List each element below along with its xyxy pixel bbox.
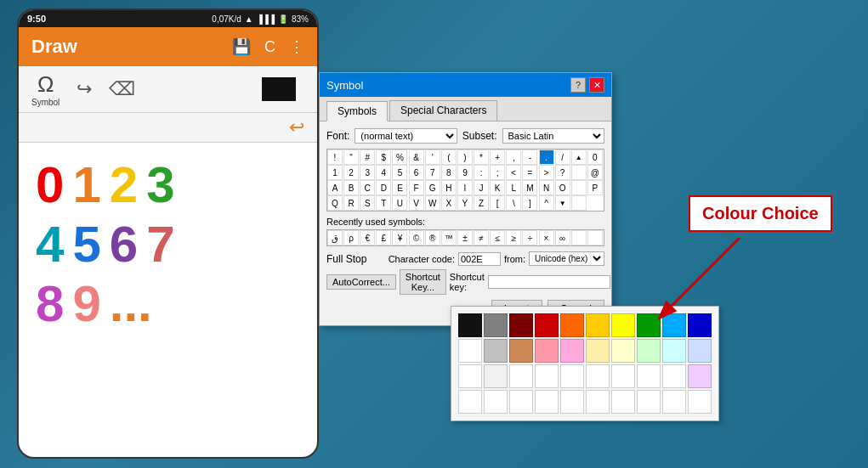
sym-quote[interactable]: "	[343, 149, 359, 165]
shortcut-value-input[interactable]	[488, 275, 610, 289]
color-darkred[interactable]	[509, 313, 533, 337]
sym-eq[interactable]: =	[522, 165, 537, 180]
color-lightblue[interactable]	[662, 313, 686, 337]
sym-period[interactable]: .	[539, 149, 554, 165]
color-w19[interactable]	[662, 390, 686, 414]
sym-L[interactable]: L	[506, 180, 521, 195]
color-darkyellow[interactable]	[586, 313, 610, 337]
sym-Y[interactable]: Y	[457, 195, 473, 211]
sym-X[interactable]: X	[441, 195, 457, 211]
color-w12[interactable]	[484, 390, 508, 414]
color-blue[interactable]	[688, 313, 712, 337]
color-w15[interactable]	[560, 390, 584, 414]
sym-U[interactable]: U	[392, 195, 407, 211]
sym-9[interactable]: 9	[457, 165, 473, 180]
color-lightpink[interactable]	[560, 339, 584, 363]
color-w6[interactable]	[586, 364, 610, 388]
rec-yen[interactable]: ¥	[392, 230, 407, 245]
sym-F[interactable]: F	[409, 180, 424, 195]
sym-B[interactable]: B	[343, 180, 359, 195]
sym-close-paren[interactable]: )	[457, 149, 473, 165]
sym-1[interactable]: 1	[327, 165, 343, 180]
sym-D[interactable]: D	[376, 180, 391, 195]
sym-hash[interactable]: #	[360, 149, 375, 165]
color-cyan[interactable]	[662, 339, 686, 363]
autocorrect-button[interactable]: AutoCorrect...	[326, 274, 396, 290]
color-yellow[interactable]	[611, 313, 635, 337]
rec-div[interactable]: ÷	[522, 230, 537, 245]
back-arrow-icon[interactable]: ↩	[289, 116, 304, 138]
sym-at[interactable]: @	[587, 165, 603, 180]
save-icon[interactable]: 💾	[232, 37, 251, 56]
sym-A[interactable]: A	[327, 180, 343, 195]
sym-8[interactable]: 8	[441, 165, 457, 180]
sym-percent[interactable]: %	[392, 149, 407, 165]
char-from-select[interactable]: Unicode (hex)	[529, 251, 604, 266]
sym-Z[interactable]: Z	[474, 195, 489, 211]
sym-scroll-down[interactable]: ▼	[555, 195, 570, 211]
sym-R[interactable]: R	[343, 195, 359, 211]
sym-C[interactable]: C	[360, 180, 375, 195]
color-green[interactable]	[637, 313, 661, 337]
sym-asterisk[interactable]: *	[474, 149, 489, 165]
sym-N[interactable]: N	[539, 180, 554, 195]
color-lightyellow[interactable]	[611, 339, 635, 363]
sym-close-bracket[interactable]: ]	[522, 195, 537, 211]
color-w1[interactable]	[458, 364, 482, 388]
dialog-help-button[interactable]: ?	[570, 77, 586, 93]
sym-7[interactable]: 7	[425, 165, 440, 180]
sym-comma[interactable]: ,	[506, 149, 521, 165]
color-w7[interactable]	[611, 364, 635, 388]
color-red[interactable]	[535, 313, 559, 337]
char-code-input[interactable]	[458, 252, 501, 266]
sym-lt[interactable]: <	[506, 165, 521, 180]
font-select[interactable]: (normal text)	[355, 128, 457, 144]
color-w13[interactable]	[509, 390, 533, 414]
sym-W[interactable]: W	[425, 195, 440, 211]
clear-icon[interactable]: C	[264, 38, 275, 56]
sym-3[interactable]: 3	[360, 165, 375, 180]
sym-slash[interactable]: /	[555, 149, 570, 165]
sym-K[interactable]: K	[490, 180, 505, 195]
sym-caret[interactable]: ^	[539, 195, 554, 211]
sym-semicolon[interactable]: ;	[490, 165, 505, 180]
color-brown[interactable]	[509, 339, 533, 363]
color-w3[interactable]	[509, 364, 533, 388]
rec-tm[interactable]: ™	[441, 230, 457, 245]
sym-backslash[interactable]: \	[506, 195, 521, 211]
symbol-button[interactable]: Ω Symbol	[31, 71, 60, 107]
color-w2[interactable]	[484, 364, 508, 388]
tab-symbols[interactable]: Symbols	[326, 101, 388, 121]
sym-M[interactable]: M	[522, 180, 537, 195]
color-lavender[interactable]	[688, 339, 712, 363]
color-lightgreen[interactable]	[637, 339, 661, 363]
color-gray[interactable]	[484, 313, 508, 337]
sym-5[interactable]: 5	[392, 165, 407, 180]
eraser-icon[interactable]: ⌫	[109, 78, 135, 100]
color-w16[interactable]	[586, 390, 610, 414]
rec-reg[interactable]: ®	[425, 230, 440, 245]
sym-V[interactable]: V	[409, 195, 424, 211]
color-paleyellow[interactable]	[586, 339, 610, 363]
sym-S[interactable]: S	[360, 195, 375, 211]
color-w4[interactable]	[535, 364, 559, 388]
rec-pound[interactable]: £	[376, 230, 391, 245]
sym-gt[interactable]: >	[539, 165, 554, 180]
sym-I[interactable]: I	[457, 180, 473, 195]
sym-H[interactable]: H	[441, 180, 457, 195]
rec-euro[interactable]: €	[360, 230, 375, 245]
sym-E[interactable]: E	[392, 180, 407, 195]
sym-J[interactable]: J	[474, 180, 489, 195]
sym-P[interactable]: P	[587, 180, 603, 195]
color-silver[interactable]	[484, 339, 508, 363]
sym-0[interactable]: 0	[587, 149, 603, 165]
sym-G[interactable]: G	[425, 180, 440, 195]
sym-minus[interactable]: -	[522, 149, 537, 165]
color-w18[interactable]	[637, 390, 661, 414]
rec-geq[interactable]: ≥	[506, 230, 521, 245]
color-w20[interactable]	[688, 390, 712, 414]
rec-arab[interactable]: ق	[327, 230, 343, 245]
sym-4[interactable]: 4	[376, 165, 391, 180]
sym-exclaim[interactable]: !	[327, 149, 343, 165]
color-white[interactable]	[458, 339, 482, 363]
